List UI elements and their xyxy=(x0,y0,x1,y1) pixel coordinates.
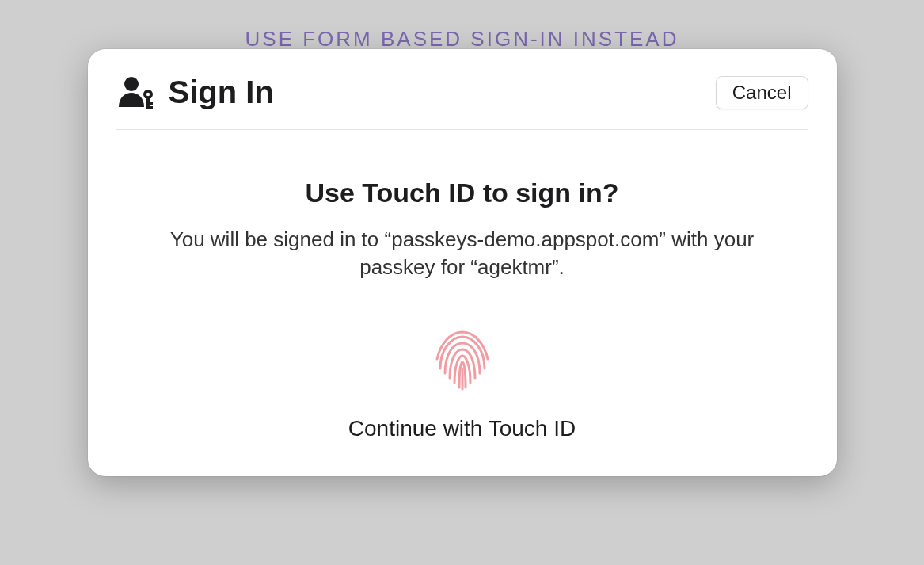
svg-rect-5 xyxy=(150,106,153,109)
svg-rect-4 xyxy=(150,102,153,105)
touch-id-heading: Use Touch ID to sign in? xyxy=(116,178,808,208)
svg-rect-3 xyxy=(146,97,150,109)
dialog-body: Use Touch ID to sign in? You will be sig… xyxy=(116,130,808,441)
continue-touch-id-label: Continue with Touch ID xyxy=(116,416,808,441)
touch-id-description: You will be signed in to “passkeys-demo.… xyxy=(162,226,763,281)
passkey-icon xyxy=(116,75,159,110)
sign-in-dialog: Sign In Cancel Use Touch ID to sign in? … xyxy=(88,49,837,476)
dialog-header: Sign In Cancel xyxy=(116,74,808,130)
svg-point-0 xyxy=(124,77,139,91)
svg-point-2 xyxy=(146,92,149,95)
dialog-header-left: Sign In xyxy=(116,74,274,110)
fingerprint-icon[interactable] xyxy=(424,323,500,399)
use-form-signin-link[interactable]: USE FORM BASED SIGN-IN INSTEAD xyxy=(245,27,679,52)
dialog-title: Sign In xyxy=(169,74,274,110)
cancel-button[interactable]: Cancel xyxy=(716,76,808,109)
